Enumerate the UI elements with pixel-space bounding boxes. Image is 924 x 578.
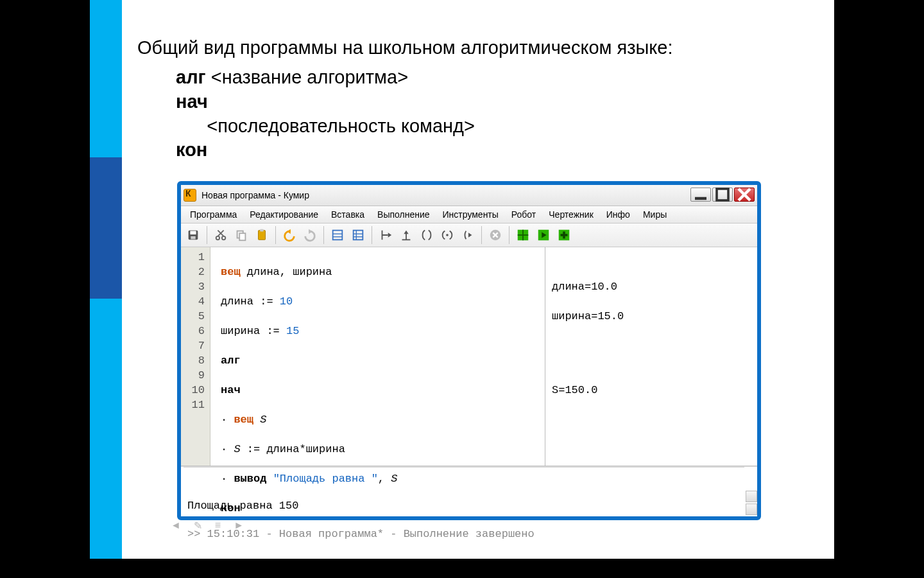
- svg-marker-28: [468, 232, 472, 237]
- copy-icon[interactable]: [232, 225, 251, 245]
- brace-icon[interactable]: [417, 225, 436, 245]
- nav-next-icon[interactable]: ►: [234, 520, 244, 532]
- tpl-alg-rest: <название алгоритма>: [206, 67, 408, 87]
- line-number: 9: [181, 368, 205, 383]
- menubar: Программа Редактирование Вставка Выполне…: [181, 206, 757, 223]
- line-number: 3: [181, 279, 205, 294]
- svg-rect-39: [561, 234, 568, 236]
- code-num: 10: [280, 295, 293, 308]
- menu-edit[interactable]: Редактирование: [243, 209, 325, 220]
- nav-prev-icon[interactable]: ◄: [171, 520, 181, 532]
- code-kw: вещ: [234, 414, 253, 426]
- code-kw: вещ: [221, 266, 241, 278]
- toolbar-separator: [207, 226, 207, 244]
- console-rule: [184, 467, 744, 468]
- nav-pen-icon[interactable]: ✎: [194, 520, 202, 532]
- svg-rect-5: [190, 231, 196, 235]
- nav-menu-icon[interactable]: ≡: [215, 520, 221, 532]
- app-icon: [184, 189, 196, 202]
- menu-tools[interactable]: Инструменты: [436, 209, 505, 220]
- menu-drawer[interactable]: Чертежник: [542, 209, 600, 220]
- menu-program[interactable]: Программа: [184, 209, 243, 220]
- code-kw: алг: [221, 355, 241, 367]
- svg-rect-6: [191, 236, 195, 240]
- svg-point-8: [222, 236, 226, 240]
- line-number: 6: [181, 324, 205, 338]
- console-pane[interactable]: Площадь равна 150 >> 15:10:31 - Новая пр…: [181, 466, 757, 571]
- grid-green-icon[interactable]: [513, 225, 533, 245]
- code-num: 15: [286, 325, 299, 337]
- code-dot: ·: [221, 414, 234, 426]
- toolbar: [181, 223, 757, 247]
- redo-icon[interactable]: [300, 225, 320, 245]
- grid-plus-icon[interactable]: [554, 225, 574, 245]
- console-log: >> 15:10:31 - Новая программа* - Выполне…: [187, 527, 752, 541]
- toolbar-separator: [275, 226, 276, 244]
- brace-pair-icon[interactable]: [438, 225, 457, 245]
- window-controls: [689, 188, 755, 202]
- undo-icon[interactable]: [280, 225, 299, 245]
- line-number: 7: [181, 338, 205, 353]
- watch-pane: длина=10.0 ширина=15.0 S=150.0: [545, 247, 757, 466]
- slide-title: Общий вид программы на школьном алгоритм…: [137, 35, 817, 60]
- line-number: 5: [181, 309, 205, 324]
- stop-icon[interactable]: [486, 225, 505, 245]
- svg-point-7: [216, 236, 220, 240]
- slide-nav: ◄ ✎ ≡ ►: [171, 520, 244, 532]
- debug-step-icon[interactable]: [376, 225, 395, 245]
- menu-robot[interactable]: Робот: [505, 209, 542, 220]
- code-text: длина :=: [221, 295, 280, 308]
- editor-area: 1 2 3 4 5 6 7 8 9 10 11 вещ длина, ширин…: [181, 247, 757, 466]
- window-titlebar[interactable]: Новая программа - Кумир: [181, 185, 757, 206]
- menu-info[interactable]: Инфо: [600, 209, 637, 220]
- table-list-icon[interactable]: [348, 225, 368, 245]
- toolbar-separator: [323, 226, 324, 244]
- watch-row: S=150.0: [552, 383, 757, 398]
- accent-square: [90, 157, 122, 299]
- kumir-window: Новая программа - Кумир Программа Редакт…: [177, 181, 761, 520]
- toolbar-separator: [481, 226, 482, 244]
- grid-play-icon[interactable]: [534, 225, 553, 245]
- code-dot: ·: [221, 443, 234, 455]
- svg-rect-1: [717, 189, 728, 200]
- paste-icon[interactable]: [252, 225, 271, 245]
- maximize-button[interactable]: [712, 188, 733, 202]
- menu-insert[interactable]: Вставка: [325, 209, 371, 220]
- code-kw: нач: [221, 384, 241, 396]
- code-text: ширина :=: [221, 325, 286, 337]
- cut-icon[interactable]: [211, 225, 230, 245]
- close-button[interactable]: [734, 188, 755, 202]
- svg-rect-14: [260, 229, 264, 232]
- line-gutter: 1 2 3 4 5 6 7 8 9 10 11: [181, 247, 210, 466]
- svg-marker-25: [404, 231, 408, 234]
- code-id: S: [234, 443, 240, 455]
- scrollbar[interactable]: [746, 263, 757, 516]
- slide: Общий вид программы на школьном алгоритм…: [90, 0, 834, 559]
- line-number: 2: [181, 265, 205, 279]
- menu-run[interactable]: Выполнение: [371, 209, 436, 220]
- svg-rect-12: [239, 233, 245, 240]
- save-icon[interactable]: [184, 225, 203, 245]
- code-text: длина, ширина: [241, 266, 332, 278]
- program-template: алг <название алгоритма> нач <последоват…: [176, 66, 817, 162]
- line-number: 1: [181, 250, 205, 265]
- table-small-icon[interactable]: [328, 225, 347, 245]
- slide-content: Общий вид программы на школьном алгоритм…: [137, 35, 817, 162]
- kw-nach: нач: [176, 91, 208, 112]
- svg-rect-20: [354, 231, 363, 240]
- watch-row: ширина=15.0: [552, 309, 757, 324]
- code-editor[interactable]: вещ длина, ширина длина := 10 ширина := …: [210, 247, 545, 466]
- svg-point-27: [446, 234, 449, 236]
- kw-alg: алг: [176, 67, 206, 87]
- minimize-button[interactable]: [690, 188, 711, 202]
- line-number: 10: [181, 383, 205, 398]
- menu-worlds[interactable]: Миры: [637, 209, 673, 220]
- tpl-sequence: <последовательность команд>: [176, 114, 817, 139]
- kw-kon: кон: [176, 139, 207, 160]
- console-output: Площадь равна 150: [187, 499, 752, 513]
- svg-rect-17: [333, 231, 343, 240]
- paren-step-icon[interactable]: [458, 225, 477, 245]
- debug-step-out-icon[interactable]: [397, 225, 416, 245]
- line-number: 8: [181, 353, 205, 368]
- line-number: 4: [181, 294, 205, 309]
